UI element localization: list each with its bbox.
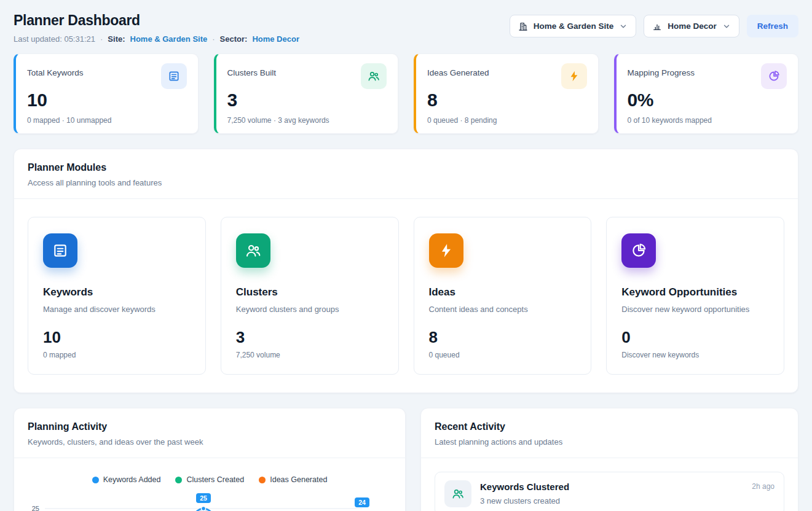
stat-card-mapping-progress: Mapping Progress 0% 0 of 10 keywords map… [614,53,799,134]
module-caption: 0 queued [429,351,577,359]
legend-item-clusters-created: Clusters Created [175,475,244,484]
stat-label: Mapping Progress [628,68,695,77]
module-caption: 7,250 volume [236,351,384,359]
activity-title: Keywords Clustered [480,482,569,492]
stat-caption: 0 queued · 8 pending [427,116,587,125]
header-left: Planner Dashboard Last updated: 05:31:21… [14,12,299,44]
activity-description: 3 new clusters created [480,496,775,505]
legend-item-ideas-generated: Ideas Generated [259,475,327,484]
site-selector-label: Home & Garden Site [534,21,614,31]
separator-dot: · [212,34,215,44]
stat-label: Ideas Generated [427,68,489,77]
lightning-icon [429,233,463,268]
module-value: 10 [43,328,191,347]
stats-row: Total Keywords 10 0 mapped · 10 unmapped… [14,53,798,134]
planning-activity-header: Planning Activity Keywords, clusters, an… [14,408,405,458]
panel-title: Recent Activity [435,421,784,432]
stat-caption: 0 of 10 keywords mapped [628,116,787,125]
stat-value: 3 [227,90,387,111]
activity-item-keywords-clustered: Keywords Clustered 2h ago 3 new clusters… [435,472,784,511]
chevron-down-icon [722,22,731,31]
panel-subtitle: Access all planning tools and features [28,178,784,187]
document-lines-icon [43,233,77,268]
panel-title: Planner Modules [28,162,784,173]
legend-label: Keywords Added [103,475,161,484]
site-selector-dropdown[interactable]: Home & Garden Site [510,15,637,37]
sector-label: Sector: [220,34,248,44]
module-title: Keyword Opportunities [621,286,769,298]
page-title: Planner Dashboard [14,12,299,29]
last-updated-text: Last updated: 05:31:21 [14,34,95,44]
module-card-clusters[interactable]: Clusters Keyword clusters and groups 3 7… [221,217,399,375]
sector-selector-dropdown[interactable]: Home Decor [644,15,739,37]
activity-body: Keywords Clustered 2h ago 3 new clusters… [480,480,775,505]
recent-activity-header: Recent Activity Latest planning actions … [421,408,798,458]
module-description: Manage and discover keywords [43,305,191,314]
legend-dot-orange [259,477,266,483]
panel-subtitle: Latest planning actions and updates [435,437,784,447]
pie-chart-icon [761,63,787,89]
planning-activity-panel: Planning Activity Keywords, clusters, an… [14,408,406,511]
module-title: Ideas [429,286,577,298]
module-card-ideas[interactable]: Ideas Content ideas and concepts 8 0 que… [414,217,592,375]
planner-modules-header: Planner Modules Access all planning tool… [14,149,798,199]
header: Planner Dashboard Last updated: 05:31:21… [14,12,798,44]
panel-subtitle: Keywords, clusters, and ideas over the p… [28,437,392,447]
stat-caption: 7,250 volume · 3 avg keywords [227,116,387,125]
stat-label: Clusters Built [227,68,277,77]
stat-card-ideas-generated: Ideas Generated 8 0 queued · 8 pending [414,53,599,134]
stat-value: 0% [628,90,787,111]
header-actions: Home & Garden Site Home Decor Refresh [510,15,798,37]
activity-timestamp: 2h ago [752,482,775,491]
module-card-keyword-opportunities[interactable]: Keyword Opportunities Discover new keywo… [606,217,784,375]
stat-value: 10 [27,90,187,111]
legend-label: Clusters Created [186,475,244,484]
module-description: Discover new keyword opportunities [621,305,769,314]
meta-line: Last updated: 05:31:21 · Site: Home & Ga… [14,34,299,44]
chevron-down-icon [619,22,628,31]
users-icon [236,233,270,268]
stat-value: 8 [427,90,587,111]
stat-card-total-keywords: Total Keywords 10 0 mapped · 10 unmapped [14,53,199,134]
legend-item-keywords-added: Keywords Added [92,475,161,484]
sector-selector-label: Home Decor [668,21,717,31]
svg-text:24: 24 [358,499,366,506]
module-description: Keyword clusters and groups [236,305,384,314]
bar-chart-icon [652,21,662,31]
legend-label: Ideas Generated [270,475,327,484]
recent-activity-panel: Recent Activity Latest planning actions … [420,408,798,511]
users-icon [444,480,471,507]
module-card-keywords[interactable]: Keywords Manage and discover keywords 10… [28,217,206,375]
stat-label: Total Keywords [27,68,84,77]
legend-dot-blue [92,477,99,483]
users-icon [361,63,387,89]
stat-caption: 0 mapped · 10 unmapped [27,116,187,125]
stat-card-clusters-built: Clusters Built 3 7,250 volume · 3 avg ke… [214,53,399,134]
building-icon [518,21,528,31]
svg-text:25: 25 [200,494,207,502]
module-value: 0 [621,328,769,347]
document-lines-icon [161,63,187,89]
module-description: Content ideas and concepts [429,305,577,314]
svg-text:25: 25 [32,505,39,511]
site-link[interactable]: Home & Garden Site [130,34,208,44]
lightning-icon [561,63,587,89]
planner-modules-panel: Planner Modules Access all planning tool… [14,149,798,393]
module-value: 8 [429,328,577,347]
planner-dashboard-page: Planner Dashboard Last updated: 05:31:21… [0,0,812,511]
module-value: 3 [236,328,384,347]
site-label: Site: [108,34,125,44]
module-title: Clusters [236,286,384,298]
separator-dot: · [100,34,103,44]
legend-dot-green [175,477,182,483]
modules-grid: Keywords Manage and discover keywords 10… [14,199,798,392]
sector-link[interactable]: Home Decor [252,34,299,44]
panel-title: Planning Activity [28,421,392,432]
chart-legend: Keywords Added Clusters Created Ideas Ge… [14,458,405,489]
module-title: Keywords [43,286,191,298]
module-caption: Discover new keywords [621,351,769,359]
refresh-button[interactable]: Refresh [747,15,798,37]
bottom-row: Planning Activity Keywords, clusters, an… [14,408,798,511]
pie-chart-icon [621,233,656,268]
chart-area: 252524 [14,489,405,511]
